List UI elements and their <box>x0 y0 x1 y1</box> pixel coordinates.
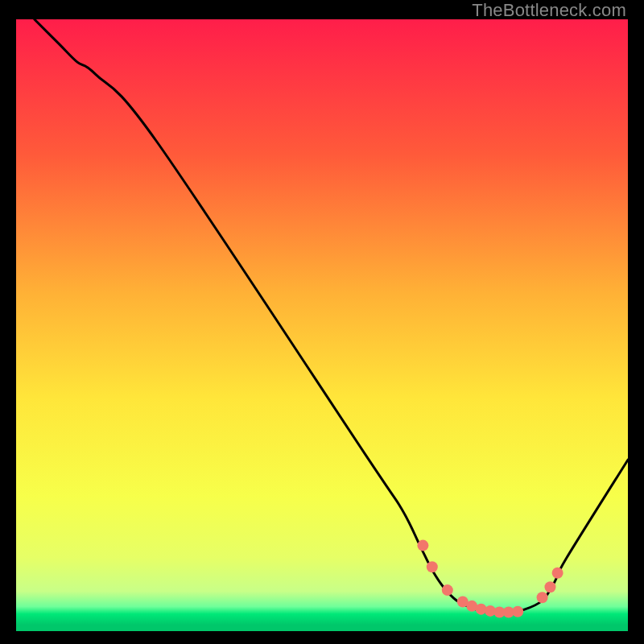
marker-dot <box>552 568 564 579</box>
marker-dot <box>442 584 453 596</box>
marker-dot <box>512 606 523 617</box>
chart-svg <box>16 19 628 631</box>
chart-frame <box>16 19 628 631</box>
marker-dot <box>537 592 548 603</box>
marker-dot <box>427 561 438 572</box>
marker-dot <box>544 581 555 592</box>
marker-dot <box>417 540 428 551</box>
gradient-background <box>16 19 628 631</box>
attribution-label: TheBottleneck.com <box>472 0 626 21</box>
